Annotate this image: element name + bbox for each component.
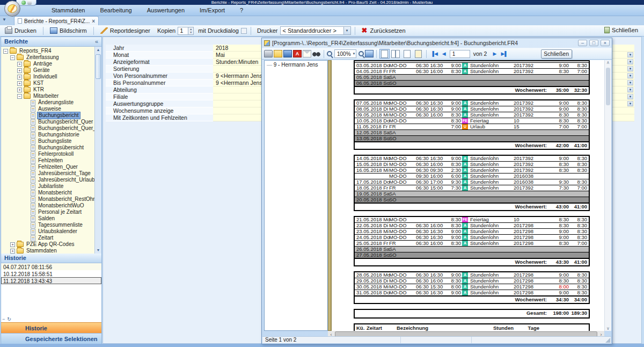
scroll-up-icon[interactable]: ∧ — [605, 60, 611, 65]
expand-icon[interactable]: + — [17, 68, 22, 73]
pdf-export-icon[interactable]: A — [293, 50, 302, 57]
bildschirm-button[interactable]: Bildschirm — [47, 27, 90, 34]
drucker-select[interactable]: < Standarddrucker > ▼ — [280, 26, 351, 35]
tree-item[interactable]: +Anträge — [1, 61, 94, 67]
tree-item[interactable]: Zeitart — [1, 235, 94, 241]
tree-item[interactable]: Änderungsliste — [1, 99, 94, 106]
tree-item[interactable]: Buchungsliste — [1, 138, 94, 144]
tree-item[interactable]: −Mitarbeiter — [1, 93, 94, 99]
two-page-view-button[interactable] — [391, 49, 401, 59]
menu-item-imexport[interactable]: Im/Export — [200, 7, 225, 13]
tree-scrollbar[interactable]: ▲ ▼ — [94, 47, 101, 254]
chevron-down-icon[interactable]: ▼ — [627, 73, 633, 78]
search-icon[interactable] — [312, 50, 321, 57]
viewer-titlebar[interactable]: [Programm-\..\Reports_FR4\Zeiterfassung\… — [262, 38, 612, 48]
chevron-down-icon[interactable]: ▼ — [627, 101, 633, 106]
tree-item[interactable]: Urlaubskalender — [1, 228, 94, 235]
chevron-down-icon[interactable]: ▼ — [627, 66, 633, 71]
chevron-down-icon[interactable]: ▼ — [627, 52, 633, 57]
tree-item[interactable]: Salden — [1, 215, 94, 222]
stepper-arrows-icon[interactable]: ▲▼ — [188, 27, 193, 34]
tree-item[interactable]: −Reports_FR4 — [1, 48, 94, 54]
minimize-icon[interactable]: – — [578, 40, 587, 46]
tree-item[interactable]: +Geräte — [1, 67, 94, 74]
druckdialog-checkbox[interactable] — [241, 28, 247, 34]
collapse-icon[interactable]: − — [10, 55, 15, 60]
tree-item[interactable]: −Zeiterfassung — [1, 54, 94, 61]
tree-item[interactable]: +KST — [1, 80, 94, 86]
tab-close-icon[interactable]: × — [92, 18, 95, 24]
scroll-down-icon[interactable]: ∨ — [605, 326, 611, 331]
tree-item[interactable]: Personal je Zeitart — [1, 209, 94, 215]
historie-item[interactable]: 10.12.2018 15:58:51 — [1, 270, 101, 277]
save-icon[interactable] — [283, 50, 292, 57]
maximize-icon[interactable]: □ — [589, 40, 598, 46]
tree-item[interactable]: +KTR — [1, 86, 94, 93]
refresh-icon[interactable]: ↻ — [7, 316, 11, 322]
tree-item[interactable]: Buchungsbericht_Quer_Ohne — [1, 125, 94, 132]
page-zoom-view-button[interactable] — [402, 49, 412, 59]
tree-item[interactable]: Fehlerprotokoll — [1, 151, 94, 157]
zoom-out-icon[interactable] — [358, 51, 364, 56]
single-page-view-button[interactable] — [379, 49, 390, 59]
next-page-icon[interactable]: ▶ — [491, 51, 498, 56]
open-icon[interactable] — [274, 50, 282, 57]
page-edit-view-button[interactable] — [413, 49, 423, 59]
fullscreen-icon[interactable] — [365, 50, 374, 57]
resize-grip[interactable] — [605, 338, 610, 343]
tree-item[interactable]: +Individuell — [1, 74, 94, 80]
tree-item[interactable]: Monatsbericht_RestOhneGeplant — [1, 196, 94, 203]
tree-item[interactable]: Buchungshistorie — [1, 132, 94, 138]
quick-print-icon[interactable] — [27, 1, 32, 5]
menu-item-bearbeitung[interactable]: Bearbeitung — [100, 7, 131, 13]
tree-item[interactable]: Jahresübersicht_Tage — [1, 170, 94, 177]
collapse-icon[interactable]: − — [17, 94, 22, 99]
chevron-down-icon[interactable]: ▼ — [627, 59, 633, 64]
tree-item[interactable]: Monatsbericht — [1, 190, 94, 196]
scroll-up-icon[interactable]: ▲ — [95, 47, 101, 53]
tree-item[interactable]: +PZE App QR-Codes — [1, 241, 94, 248]
tree-item[interactable]: Buchungsübersicht — [1, 144, 94, 151]
scrollbar-thumb[interactable] — [96, 54, 101, 79]
email-icon[interactable] — [303, 50, 311, 57]
refresh-icon[interactable] — [21, 1, 26, 5]
last-page-icon[interactable]: ▶▌ — [499, 51, 509, 56]
tree-item[interactable]: Tagessummenliste — [1, 222, 94, 228]
viewer-schliessen-button[interactable]: Schließen — [541, 49, 572, 59]
zoom-select[interactable]: 100% ▼ — [334, 49, 356, 58]
expand-icon[interactable]: + — [10, 242, 15, 247]
expand-icon[interactable]: + — [17, 62, 22, 67]
prev-page-icon[interactable]: ◀ — [441, 51, 448, 56]
historie-item[interactable]: 04.07.2017 08:11:56 — [1, 263, 101, 270]
collapse-panel-icon[interactable]: « — [95, 37, 98, 46]
historie-bar[interactable]: Historie — [1, 322, 101, 333]
zuruecksetzen-button[interactable]: ✖ Zurücksetzen — [359, 27, 408, 34]
menu-item-stammdaten[interactable]: Stammdaten — [52, 7, 85, 13]
tree-item[interactable]: Fehlzeiten_Quer — [1, 164, 94, 170]
tree-item[interactable]: +Stammdaten — [1, 248, 94, 254]
chevron-down-icon[interactable]: ▼ — [627, 80, 633, 85]
close-icon[interactable]: × — [601, 40, 610, 46]
menu-item-?[interactable]: ? — [240, 7, 243, 13]
gespeicherte-selektionen-bar[interactable]: Gespeicherte Selektionen — [1, 333, 101, 344]
expand-icon[interactable]: + — [17, 81, 22, 86]
scrollbar-thumb[interactable] — [606, 68, 610, 105]
remove-icon[interactable]: − — [2, 316, 5, 322]
chevron-down-icon[interactable]: ▼ — [343, 27, 350, 34]
historie-item[interactable]: 11.12.2018 13:43:43 — [1, 277, 101, 284]
zoom-in-icon[interactable] — [327, 51, 332, 56]
expand-icon[interactable]: + — [17, 75, 22, 79]
viewer-vertical-scrollbar[interactable]: ∧ ∨ — [604, 60, 611, 331]
expand-icon[interactable]: + — [10, 249, 15, 254]
reportdesigner-button[interactable]: Reportdesigner — [98, 27, 153, 34]
kopien-stepper[interactable]: 1 ▲▼ — [178, 27, 194, 35]
scroll-down-icon[interactable]: ▼ — [95, 247, 101, 254]
drucken-button[interactable]: Drucken — [2, 27, 39, 34]
tree-item[interactable]: Buchungsbericht — [1, 112, 94, 119]
first-page-icon[interactable]: ▐◀ — [429, 51, 440, 56]
print-icon[interactable] — [264, 50, 273, 57]
tab-list-dropdown-icon[interactable]: ▼ — [2, 17, 6, 22]
panel-splitter[interactable] — [328, 60, 332, 331]
tree-item[interactable]: Jahresübersicht_Urlaub — [1, 177, 94, 183]
page-number-input[interactable]: 1 — [450, 50, 470, 58]
